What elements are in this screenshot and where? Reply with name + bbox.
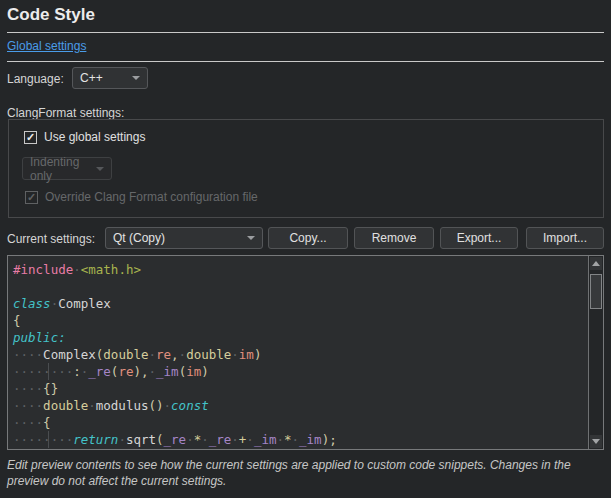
footer-note: Edit preview contents to see how the cur… xyxy=(7,457,604,489)
scroll-up-button[interactable] xyxy=(590,257,602,270)
code-line: #include·<math.h> xyxy=(13,261,588,278)
scroll-down-button[interactable] xyxy=(590,435,602,448)
language-select[interactable]: C++ xyxy=(72,67,148,89)
export-button[interactable]: Export... xyxy=(440,227,518,249)
code-line: ····double·modulus()·const xyxy=(13,397,588,414)
triangle-up-icon xyxy=(592,261,600,266)
copy-button[interactable]: Copy... xyxy=(268,227,348,249)
language-label: Language: xyxy=(7,72,64,86)
code-line: public: xyxy=(13,329,588,346)
remove-button[interactable]: Remove xyxy=(354,227,434,249)
code-line: ····{} xyxy=(13,380,588,397)
link-divider xyxy=(7,61,604,62)
code-line xyxy=(13,278,588,295)
indenting-mode-select: Indenting only xyxy=(22,157,112,180)
use-global-settings-checkbox[interactable]: ✓ Use global settings xyxy=(24,130,145,144)
checkbox-box: ✓ xyxy=(24,131,37,144)
checkbox-box: ✓ xyxy=(25,191,38,204)
language-select-value: C++ xyxy=(80,71,103,85)
code-line: ····Complex(double·re,·double·im) xyxy=(13,346,588,363)
code-preview-editor[interactable]: #include·<math.h> class·Complex{public:·… xyxy=(7,255,604,450)
code-line: ····{ xyxy=(13,414,588,431)
vertical-scrollbar[interactable] xyxy=(588,256,603,449)
code-line: class·Complex xyxy=(13,295,588,312)
override-clangformat-checkbox: ✓ Override Clang Format configuration fi… xyxy=(25,190,258,204)
current-settings-select[interactable]: Qt (Copy) xyxy=(105,227,263,249)
use-global-settings-label: Use global settings xyxy=(44,130,145,144)
checkmark-icon: ✓ xyxy=(26,132,35,143)
import-button[interactable]: Import... xyxy=(526,227,604,249)
scrollbar-thumb[interactable] xyxy=(590,274,602,309)
code-line: ········:·_re(re),·_im(im) xyxy=(13,363,588,380)
title-divider xyxy=(7,32,604,33)
chevron-down-icon xyxy=(96,167,104,171)
chevron-down-icon xyxy=(247,236,255,240)
code-area[interactable]: #include·<math.h> class·Complex{public:·… xyxy=(8,256,588,449)
checkmark-icon: ✓ xyxy=(27,192,36,203)
chevron-down-icon xyxy=(132,76,140,80)
override-clangformat-label: Override Clang Format configuration file xyxy=(45,190,258,204)
triangle-down-icon xyxy=(592,439,600,444)
indenting-mode-value: Indenting only xyxy=(30,155,90,183)
code-line: { xyxy=(13,312,588,329)
page-title: Code Style xyxy=(7,5,95,25)
code-line: ········return·sqrt(_re·*·_re·+·_im·*·_i… xyxy=(13,431,588,448)
global-settings-link[interactable]: Global settings xyxy=(7,39,86,53)
current-settings-label: Current settings: xyxy=(7,232,95,246)
current-settings-value: Qt (Copy) xyxy=(113,231,165,245)
clangformat-settings-label: ClangFormat settings: xyxy=(7,106,124,120)
